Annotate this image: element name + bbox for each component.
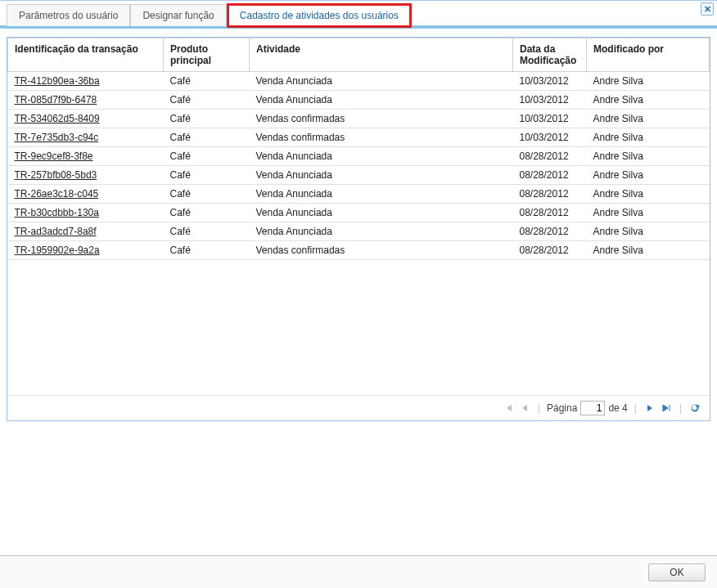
col-header-mod-date[interactable]: Data da Modificação <box>513 38 587 72</box>
pager-page-label: Página <box>547 402 577 414</box>
cell-transaction-id: TR-1959902e-9a2a <box>8 241 164 260</box>
cell-mod-by: Andre Silva <box>587 147 710 166</box>
footer-bar: OK <box>0 555 717 588</box>
cell-activity: Vendas confirmadas <box>250 128 513 147</box>
cell-transaction-id: TR-085d7f9b-6478 <box>8 91 164 110</box>
transaction-link[interactable]: TR-1959902e-9a2a <box>15 245 100 256</box>
cell-product: Café <box>164 204 250 222</box>
cell-mod-by: Andre Silva <box>587 204 710 222</box>
pager-separator: | <box>534 402 543 414</box>
first-page-icon[interactable] <box>502 402 515 415</box>
tab-assign-role[interactable]: Designar função <box>130 4 226 26</box>
cell-mod-date: 10/03/2012 <box>513 91 587 110</box>
table-row[interactable]: TR-b30cdbbb-130aCaféVenda Anunciada08/28… <box>8 204 710 222</box>
table-row[interactable]: TR-26ae3c18-c045CaféVenda Anunciada08/28… <box>8 185 710 204</box>
tabs-strip: Parâmetros do usuário Designar função Ca… <box>0 1 717 29</box>
table-header-row: Identificação da transação Produto princ… <box>8 38 710 72</box>
transaction-link[interactable]: TR-26ae3c18-c045 <box>15 188 99 200</box>
cell-transaction-id: TR-534062d5-8409 <box>8 110 164 128</box>
table-row[interactable]: TR-7e735db3-c94cCaféVendas confirmadas10… <box>8 128 710 147</box>
transaction-link[interactable]: TR-085d7f9b-6478 <box>15 94 97 105</box>
cell-mod-date: 10/03/2012 <box>513 72 587 91</box>
cell-mod-date: 08/28/2012 <box>513 204 587 222</box>
cell-product: Café <box>164 222 250 241</box>
col-header-transaction-id[interactable]: Identificação da transação <box>8 38 164 72</box>
transaction-link[interactable]: TR-7e735db3-c94c <box>15 132 99 143</box>
cell-mod-by: Andre Silva <box>587 128 710 147</box>
cell-product: Café <box>164 166 250 185</box>
table-row[interactable]: TR-534062d5-8409CaféVendas confirmadas10… <box>8 110 710 128</box>
last-page-icon[interactable] <box>660 402 673 415</box>
col-header-product[interactable]: Produto principal <box>164 38 250 72</box>
table-row[interactable]: TR-9ec9cef8-3f8eCaféVenda Anunciada08/28… <box>8 147 710 166</box>
cell-mod-by: Andre Silva <box>587 222 710 241</box>
tab-user-params[interactable]: Parâmetros do usuário <box>7 4 130 26</box>
cell-product: Café <box>164 241 250 260</box>
close-icon: ✕ <box>704 4 711 15</box>
cell-transaction-id: TR-257bfb08-5bd3 <box>8 166 164 185</box>
cell-activity: Venda Anunciada <box>250 222 513 241</box>
table-row[interactable]: TR-085d7f9b-6478CaféVenda Anunciada10/03… <box>8 91 710 110</box>
dialog-window: ✕ Parâmetros do usuário Designar função … <box>0 0 717 588</box>
cell-activity: Venda Anunciada <box>250 185 513 204</box>
cell-mod-date: 08/28/2012 <box>513 222 587 241</box>
cell-transaction-id: TR-7e735db3-c94c <box>8 128 164 147</box>
cell-mod-by: Andre Silva <box>587 110 710 128</box>
cell-product: Café <box>164 185 250 204</box>
cell-activity: Vendas confirmadas <box>250 110 513 128</box>
pager: | Página de 4 | | <box>7 395 710 420</box>
pager-page-input[interactable] <box>580 401 605 415</box>
cell-mod-by: Andre Silva <box>587 241 710 260</box>
transaction-link[interactable]: TR-9ec9cef8-3f8e <box>15 150 93 162</box>
activity-table: Identificação da transação Produto princ… <box>7 38 710 260</box>
cell-mod-by: Andre Silva <box>587 91 710 110</box>
tab-user-activity-log[interactable]: Cadastro de atividades dos usuários <box>227 3 412 28</box>
cell-transaction-id: TR-412b90ea-36ba <box>8 72 164 91</box>
cell-product: Café <box>164 72 250 91</box>
ok-button[interactable]: OK <box>648 563 706 581</box>
cell-product: Café <box>164 128 250 147</box>
transaction-link[interactable]: TR-412b90ea-36ba <box>15 75 100 87</box>
transaction-link[interactable]: TR-257bfb08-5bd3 <box>15 169 97 181</box>
pager-separator: | <box>676 402 685 414</box>
pager-of-label: de 4 <box>608 402 627 414</box>
cell-activity: Venda Anunciada <box>250 204 513 222</box>
cell-activity: Venda Anunciada <box>250 91 513 110</box>
cell-product: Café <box>164 147 250 166</box>
cell-transaction-id: TR-26ae3c18-c045 <box>8 185 164 204</box>
cell-transaction-id: TR-9ec9cef8-3f8e <box>8 147 164 166</box>
content-area: Identificação da transação Produto princ… <box>0 29 717 428</box>
cell-mod-date: 08/28/2012 <box>513 147 587 166</box>
cell-mod-date: 08/28/2012 <box>513 241 587 260</box>
transaction-link[interactable]: TR-534062d5-8409 <box>15 113 100 124</box>
table-row[interactable]: TR-1959902e-9a2aCaféVendas confirmadas08… <box>8 241 710 260</box>
transaction-link[interactable]: TR-b30cdbbb-130a <box>15 207 99 218</box>
pager-separator: | <box>631 402 640 414</box>
close-button[interactable]: ✕ <box>701 2 714 16</box>
cell-transaction-id: TR-b30cdbbb-130a <box>8 204 164 222</box>
table-row[interactable]: TR-257bfb08-5bd3CaféVenda Anunciada08/28… <box>8 166 710 185</box>
table-empty-space <box>7 260 710 395</box>
cell-activity: Vendas confirmadas <box>250 241 513 260</box>
cell-product: Café <box>164 110 250 128</box>
transaction-link[interactable]: TR-ad3adcd7-8a8f <box>15 226 97 237</box>
col-header-mod-by[interactable]: Modificado por <box>587 38 710 72</box>
col-header-activity[interactable]: Atividade <box>250 38 513 72</box>
cell-mod-date: 10/03/2012 <box>513 110 587 128</box>
table-row[interactable]: TR-412b90ea-36baCaféVenda Anunciada10/03… <box>8 72 710 91</box>
table-row[interactable]: TR-ad3adcd7-8a8fCaféVenda Anunciada08/28… <box>8 222 710 241</box>
cell-transaction-id: TR-ad3adcd7-8a8f <box>8 222 164 241</box>
cell-activity: Venda Anunciada <box>250 166 513 185</box>
refresh-icon[interactable] <box>688 402 701 415</box>
cell-mod-date: 08/28/2012 <box>513 166 587 185</box>
cell-product: Café <box>164 91 250 110</box>
cell-mod-date: 08/28/2012 <box>513 185 587 204</box>
next-page-icon[interactable] <box>643 402 656 415</box>
cell-activity: Venda Anunciada <box>250 147 513 166</box>
cell-mod-by: Andre Silva <box>587 185 710 204</box>
cell-mod-by: Andre Silva <box>587 72 710 91</box>
cell-mod-by: Andre Silva <box>587 166 710 185</box>
prev-page-icon[interactable] <box>518 402 531 415</box>
activity-panel: Identificação da transação Produto princ… <box>7 37 710 421</box>
cell-mod-date: 10/03/2012 <box>513 128 587 147</box>
